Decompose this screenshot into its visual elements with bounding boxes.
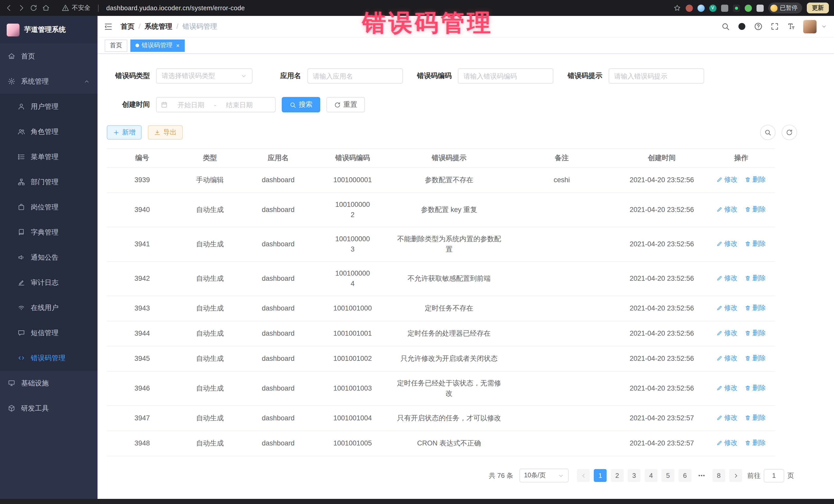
extension-icon[interactable]: V	[709, 4, 716, 12]
browser-reload-icon[interactable]	[30, 4, 38, 12]
sidebar-item-7[interactable]: 字典管理	[0, 220, 97, 245]
extension-icon[interactable]	[756, 4, 764, 12]
delete-link[interactable]: 删除	[745, 239, 766, 249]
column-header: 错误码编码	[314, 149, 391, 168]
search-icon[interactable]	[721, 22, 730, 31]
app-name-input[interactable]	[307, 68, 403, 84]
sidebar-item-label: 审计日志	[31, 278, 59, 287]
chevron-down-icon[interactable]	[821, 24, 827, 29]
sidebar-item-13[interactable]: 基础设施	[0, 371, 97, 396]
edit-link[interactable]: 修改	[717, 413, 738, 423]
sidebar-item-2[interactable]: 用户管理	[0, 94, 97, 119]
url-text[interactable]: dashboard.yudao.iocoder.cn/system/error-…	[106, 4, 245, 12]
profile-paused-badge[interactable]: 已暂停	[768, 3, 802, 13]
add-button[interactable]: 新增	[107, 125, 142, 139]
sidebar-item-12[interactable]: 错误码管理	[0, 345, 97, 371]
edit-link[interactable]: 修改	[717, 438, 738, 448]
breadcrumb-item-0[interactable]: 首页	[120, 22, 134, 31]
bookmark-star-icon[interactable]	[673, 4, 681, 12]
toggle-search-button[interactable]	[760, 125, 775, 140]
extension-icon[interactable]	[733, 4, 740, 12]
extension-icon[interactable]	[744, 4, 752, 12]
edit-link[interactable]: 修改	[717, 383, 738, 393]
sidebar-item-11[interactable]: 短信管理	[0, 320, 97, 345]
delete-link[interactable]: 删除	[745, 328, 766, 338]
delete-link[interactable]: 删除	[745, 383, 766, 393]
sidebar-item-5[interactable]: 部门管理	[0, 169, 97, 195]
prev-page-button[interactable]	[577, 469, 590, 482]
site-security[interactable]: 不安全	[62, 4, 90, 12]
cell-hint: 不能删除类型为系统内置的参数配置	[391, 227, 507, 262]
page-button-2[interactable]: 2	[611, 469, 623, 482]
cell-type: 自动生成	[178, 193, 242, 227]
cell-id: 3946	[107, 371, 178, 406]
error-code-input[interactable]	[458, 68, 553, 84]
sidebar-toggle-icon[interactable]	[104, 22, 113, 31]
next-page-button[interactable]	[729, 469, 742, 482]
font-size-icon[interactable]	[787, 22, 795, 31]
browser-update-button[interactable]: 更新	[807, 3, 829, 13]
goto-page-input[interactable]	[764, 469, 784, 482]
delete-link[interactable]: 删除	[745, 413, 766, 423]
sidebar-item-9[interactable]: 审计日志	[0, 270, 97, 295]
tab-close-icon[interactable]: ×	[176, 42, 180, 48]
date-end-input[interactable]	[218, 101, 261, 109]
extensions-puzzle-icon[interactable]	[721, 4, 728, 12]
book-icon	[18, 228, 25, 236]
edit-link[interactable]: 修改	[717, 353, 738, 364]
page-button-5[interactable]: 5	[662, 469, 674, 482]
edit-link[interactable]: 修改	[717, 273, 738, 283]
delete-link[interactable]: 删除	[745, 204, 766, 215]
browser-home-icon[interactable]	[42, 4, 50, 12]
page-ellipsis[interactable]: •••	[696, 469, 708, 482]
sidebar-item-3[interactable]: 角色管理	[0, 119, 97, 144]
search-button[interactable]: 搜索	[282, 97, 320, 112]
sidebar-item-10[interactable]: 在线用户	[0, 295, 97, 320]
chevron-left-icon	[580, 473, 586, 479]
delete-link[interactable]: 删除	[745, 303, 766, 313]
extension-icon[interactable]	[697, 4, 704, 12]
page-button-1[interactable]: 1	[594, 469, 607, 482]
app-logo[interactable]: 芋道管理系统	[0, 16, 97, 44]
page-button-3[interactable]: 3	[628, 469, 640, 482]
edit-link[interactable]: 修改	[717, 303, 738, 313]
user-avatar[interactable]	[803, 20, 816, 33]
delete-link[interactable]: 删除	[745, 273, 766, 283]
sidebar-item-14[interactable]: 研发工具	[0, 396, 97, 421]
browser-forward-icon[interactable]	[18, 4, 25, 12]
github-icon[interactable]	[738, 22, 746, 31]
main-area: 首页/系统管理/错误码管理 首页错误码管理× 错误码类型 请选择错误码类型	[97, 16, 834, 504]
delete-link[interactable]: 删除	[745, 353, 766, 364]
sidebar-item-4[interactable]: 菜单管理	[0, 144, 97, 169]
page-button-8[interactable]: 8	[712, 469, 725, 482]
sidebar-item-1[interactable]: 系统管理	[0, 69, 97, 94]
tab-0[interactable]: 首页	[105, 39, 127, 51]
sidebar-item-6[interactable]: 岗位管理	[0, 195, 97, 220]
delete-link[interactable]: 删除	[745, 438, 766, 448]
extension-icon[interactable]	[685, 4, 693, 12]
tab-1[interactable]: 错误码管理×	[130, 39, 185, 51]
delete-link[interactable]: 删除	[745, 175, 766, 185]
edit-icon	[717, 415, 723, 421]
error-hint-input[interactable]	[609, 68, 704, 84]
browser-back-icon[interactable]	[5, 4, 13, 12]
date-start-input[interactable]	[170, 101, 212, 109]
export-button[interactable]: 导出	[148, 125, 183, 139]
page-size-select[interactable]: 10条/页	[520, 468, 569, 482]
sidebar-item-8[interactable]: 通知公告	[0, 245, 97, 270]
fullscreen-icon[interactable]	[770, 22, 779, 31]
breadcrumb-item-1[interactable]: 系统管理	[145, 22, 172, 31]
help-icon[interactable]	[754, 22, 763, 31]
reset-button[interactable]: 重置	[326, 97, 365, 112]
date-range-picker[interactable]: -	[156, 97, 276, 112]
edit-link[interactable]: 修改	[717, 175, 738, 185]
page-button-6[interactable]: 6	[679, 469, 691, 482]
error-type-select[interactable]: 请选择错误码类型	[156, 68, 253, 84]
sidebar-item-0[interactable]: 首页	[0, 44, 97, 69]
edit-link[interactable]: 修改	[717, 328, 738, 338]
page-button-4[interactable]: 4	[644, 469, 657, 482]
edit-link[interactable]: 修改	[717, 204, 738, 215]
edit-link[interactable]: 修改	[717, 239, 738, 249]
refresh-table-button[interactable]	[782, 125, 797, 140]
cell-type: 自动生成	[178, 296, 242, 321]
